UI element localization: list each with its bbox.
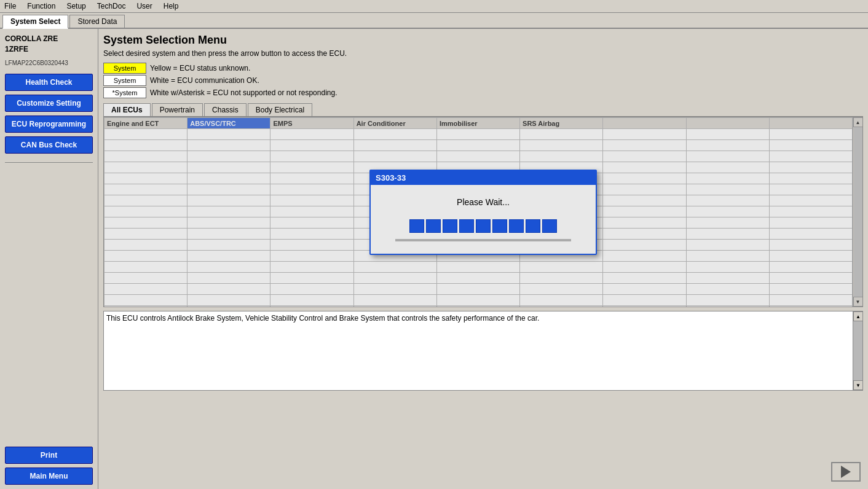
grid-cell[interactable] (769, 151, 852, 162)
grid-cell[interactable] (105, 173, 187, 184)
grid-cell[interactable] (769, 195, 852, 206)
grid-cell[interactable] (686, 140, 769, 151)
grid-cell[interactable] (520, 306, 603, 307)
grid-cell[interactable] (187, 217, 270, 229)
grid-cell[interactable] (436, 129, 519, 140)
grid-cell[interactable] (769, 217, 852, 229)
grid-cell[interactable] (769, 184, 852, 195)
grid-cell[interactable] (436, 262, 519, 273)
desc-scroll-down[interactable]: ▼ (853, 380, 863, 390)
grid-cell[interactable] (686, 217, 769, 229)
grid-cell[interactable] (686, 295, 769, 306)
grid-cell[interactable] (686, 262, 769, 273)
ecu-reprogramming-button[interactable]: ECU Reprogramming (5, 115, 93, 133)
grid-cell[interactable] (187, 251, 270, 262)
tab-stored-data[interactable]: Stored Data (69, 15, 125, 28)
grid-cell[interactable] (436, 140, 519, 151)
grid-cell[interactable] (769, 229, 852, 240)
grid-cell[interactable] (187, 151, 270, 162)
grid-cell[interactable] (769, 251, 852, 262)
grid-cell[interactable] (686, 195, 769, 206)
nav-arrow-button[interactable] (831, 462, 861, 482)
grid-cell[interactable] (105, 240, 187, 251)
grid-cell[interactable] (187, 306, 270, 307)
grid-scrollbar[interactable]: ▲ ▼ (853, 117, 862, 307)
grid-cell[interactable] (686, 129, 769, 140)
grid-cell[interactable] (603, 229, 686, 240)
grid-cell[interactable] (187, 173, 270, 184)
menu-user[interactable]: User (135, 1, 154, 11)
grid-cell[interactable] (270, 240, 353, 251)
grid-cell[interactable] (187, 273, 270, 284)
grid-cell[interactable] (520, 262, 603, 273)
grid-cell[interactable] (105, 262, 187, 273)
grid-cell[interactable] (187, 295, 270, 306)
grid-cell[interactable] (520, 129, 603, 140)
menu-file[interactable]: File (2, 1, 18, 11)
grid-cell[interactable] (187, 229, 270, 240)
grid-cell[interactable] (603, 251, 686, 262)
grid-cell[interactable] (187, 206, 270, 217)
grid-cell[interactable] (270, 251, 353, 262)
grid-cell[interactable] (603, 195, 686, 206)
grid-cell[interactable] (686, 284, 769, 295)
grid-cell[interactable] (270, 284, 353, 295)
can-bus-check-button[interactable]: CAN Bus Check (5, 136, 93, 154)
grid-cell[interactable] (105, 195, 187, 206)
grid-cell[interactable] (769, 129, 852, 140)
grid-cell[interactable] (187, 162, 270, 173)
grid-cell[interactable] (520, 273, 603, 284)
grid-header-ac[interactable]: Air Conditioner (353, 118, 436, 129)
grid-cell[interactable] (105, 273, 187, 284)
grid-cell[interactable] (270, 273, 353, 284)
scrollbar-down-btn[interactable]: ▼ (853, 297, 863, 307)
grid-cell[interactable] (769, 295, 852, 306)
grid-cell[interactable] (105, 162, 187, 173)
grid-cell[interactable] (603, 140, 686, 151)
grid-cell[interactable] (270, 295, 353, 306)
grid-cell[interactable] (353, 262, 436, 273)
grid-cell[interactable] (603, 184, 686, 195)
grid-cell[interactable] (603, 173, 686, 184)
grid-cell[interactable] (187, 184, 270, 195)
grid-cell[interactable] (353, 151, 436, 162)
grid-header-emps[interactable]: EMPS (270, 118, 353, 129)
grid-cell[interactable] (603, 129, 686, 140)
subtab-chassis[interactable]: Chassis (204, 103, 247, 116)
desc-scroll-up[interactable]: ▲ (853, 311, 863, 321)
grid-cell[interactable] (105, 229, 187, 240)
grid-cell[interactable] (187, 284, 270, 295)
menu-setup[interactable]: Setup (65, 1, 87, 11)
grid-cell[interactable] (686, 273, 769, 284)
menu-function[interactable]: Function (25, 1, 57, 11)
grid-cell[interactable] (187, 140, 270, 151)
grid-cell[interactable] (436, 284, 519, 295)
grid-cell[interactable] (686, 162, 769, 173)
grid-cell[interactable] (270, 262, 353, 273)
grid-cell[interactable] (686, 184, 769, 195)
grid-cell[interactable] (105, 129, 187, 140)
grid-cell[interactable] (105, 140, 187, 151)
grid-cell[interactable] (270, 173, 353, 184)
grid-cell[interactable] (105, 206, 187, 217)
grid-cell[interactable] (353, 129, 436, 140)
grid-cell[interactable] (105, 306, 187, 307)
grid-cell[interactable] (187, 129, 270, 140)
scrollbar-up-btn[interactable]: ▲ (853, 117, 863, 127)
scrollbar-track[interactable] (854, 127, 862, 297)
grid-cell[interactable] (686, 206, 769, 217)
health-check-button[interactable]: Health Check (5, 74, 93, 91)
grid-cell[interactable] (686, 151, 769, 162)
grid-cell[interactable] (436, 273, 519, 284)
grid-cell[interactable] (353, 295, 436, 306)
grid-cell[interactable] (105, 251, 187, 262)
grid-cell[interactable] (686, 229, 769, 240)
subtab-all-ecus[interactable]: All ECUs (103, 103, 151, 116)
grid-header-abs[interactable]: ABS/VSC/TRC (187, 118, 270, 129)
grid-cell[interactable] (520, 140, 603, 151)
grid-cell[interactable] (270, 195, 353, 206)
grid-cell[interactable] (270, 129, 353, 140)
grid-header-immobiliser[interactable]: Immobiliser (436, 118, 519, 129)
grid-cell[interactable] (520, 151, 603, 162)
grid-cell[interactable] (603, 217, 686, 229)
